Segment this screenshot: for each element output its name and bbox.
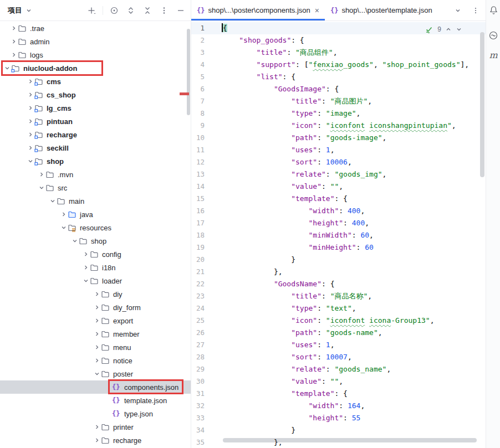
chevron-right-icon[interactable] [60,210,68,219]
chevron-right-icon[interactable] [93,290,101,298]
code-line-18[interactable]: 18"minWidth": 60, [191,229,486,241]
code-line-24[interactable]: 24"type": "text", [191,302,486,315]
chevron-right-icon[interactable] [93,423,101,431]
tree-item-lg-cms[interactable]: lg_cms [0,101,191,115]
tree-item-main[interactable]: main [0,194,191,208]
tree-item-niucloud-addon[interactable]: niucloud-addon [0,61,191,75]
code-line-26[interactable]: 26"path": "goods-name", [191,327,486,339]
chevron-right-icon[interactable] [93,356,101,365]
code-line-3[interactable]: 3"title": "商品组件", [191,47,486,59]
code-line-4[interactable]: 4"support": ["fenxiao_goods", "shop_poin… [191,59,486,71]
tree-item-template-json[interactable]: {}template.json [0,394,191,407]
tree-item-loader[interactable]: loader [0,274,191,287]
tree-item-logs[interactable]: logs [0,48,191,61]
tab-template-json[interactable]: {}shop\...\poster\template.json [325,0,438,20]
chevron-right-icon[interactable] [93,303,101,312]
tab-options-kebab-icon[interactable] [470,5,481,16]
tree-item-notice[interactable]: notice [0,354,191,367]
kebab-icon[interactable] [159,5,170,16]
chevron-down-icon[interactable] [27,157,34,166]
code-line-10[interactable]: 10"path": "goods-image", [191,132,486,144]
tree-item-diy[interactable]: diy [0,287,191,301]
chevron-down-icon[interactable] [25,7,32,14]
code-line-5[interactable]: 5"list": { [191,71,486,83]
tree-item-member[interactable]: member [0,327,191,341]
code-line-2[interactable]: 2"shop_goods": { [191,34,486,47]
chevron-right-icon[interactable] [10,50,18,59]
tree-item-recharge[interactable]: recharge [0,128,191,141]
code-line-30[interactable]: 30"value": "", [191,375,486,388]
tree-item-config[interactable]: config [0,248,191,261]
code-line-29[interactable]: 29"relate": "goods_name", [191,363,486,375]
chevron-right-icon[interactable] [93,436,101,445]
tree-item-export[interactable]: export [0,314,191,327]
chevron-right-icon[interactable] [27,90,34,99]
code-line-7[interactable]: 7"title": "商品图片", [191,95,486,107]
code-line-12[interactable]: 12"sort": 10006, [191,156,486,168]
code-line-23[interactable]: 23"title": "商品名称", [191,290,486,302]
tree-item-cms[interactable]: cms [0,75,191,88]
project-panel-title[interactable]: 项目 [8,6,22,16]
chevron-right-icon[interactable] [93,316,101,325]
code-line-21[interactable]: 21}, [191,266,486,278]
tab-components-json[interactable]: {}shop\...\poster\components.json× [191,0,325,20]
code-line-15[interactable]: 15"template": { [191,193,486,205]
tree-item-seckill[interactable]: seckill [0,141,191,155]
tree-item-cs-shop[interactable]: cs_shop [0,88,191,101]
chevron-right-icon[interactable] [27,143,34,152]
code-line-9[interactable]: 9"icon": "iconfont iconshangpintupian", [191,120,486,132]
chevron-right-icon[interactable] [82,250,90,259]
chevron-down-icon[interactable] [71,236,79,245]
tab-list-chevron-icon[interactable] [452,5,463,16]
chevron-down-icon[interactable] [3,64,11,73]
code-line-11[interactable]: 11"uses": 1, [191,144,486,156]
tree-item-resources[interactable]: resources [0,221,191,234]
chevron-right-icon[interactable] [93,343,101,352]
notifications-bell-icon[interactable] [488,4,499,16]
maven-tool-icon[interactable]: m [488,49,499,60]
tree-item-printer[interactable]: printer [0,420,191,434]
chevron-right-icon[interactable] [27,130,34,139]
code-line-19[interactable]: 19"minHeight": 60 [191,241,486,254]
ai-assistant-icon[interactable] [488,30,499,41]
minimize-icon[interactable] [175,5,186,16]
code-line-22[interactable]: 22"GoodsName": { [191,278,486,290]
prev-problem-icon[interactable] [445,26,452,33]
tree-item-components-json[interactable]: {}components.json [0,380,191,394]
chevron-down-icon[interactable] [49,197,57,205]
target-icon[interactable] [109,5,120,16]
chevron-down-icon[interactable] [93,369,101,378]
chevron-down-icon[interactable] [60,223,68,232]
tree-item-src[interactable]: src [0,181,191,194]
code-line-35[interactable]: 35}, [191,436,486,448]
code-line-27[interactable]: 27"uses": 1, [191,339,486,351]
chevron-right-icon[interactable] [93,329,101,338]
collapse-all-icon[interactable] [142,5,153,16]
chevron-down-icon[interactable] [82,276,90,285]
tree-item-shop[interactable]: shop [0,155,191,168]
chevron-right-icon[interactable] [27,117,34,126]
project-tree-scrollbar[interactable] [187,29,190,115]
code-editor[interactable]: 1{2"shop_goods": {3"title": "商品组件",4"sup… [191,22,486,448]
tree-item-admin[interactable]: admin [0,35,191,48]
tree-item--mvn[interactable]: .mvn [0,168,191,181]
tree-item-diy-form[interactable]: diy_form [0,301,191,314]
tree-item--trae[interactable]: .trae [0,22,191,35]
chevron-right-icon[interactable] [10,24,18,33]
close-tab-icon[interactable]: × [315,6,319,15]
code-line-6[interactable]: 6"GoodsImage": { [191,83,486,95]
tree-item-shop[interactable]: shop [0,234,191,248]
code-line-25[interactable]: 25"icon": "iconfont icona-Group13", [191,315,486,327]
tree-item-java[interactable]: java [0,208,191,221]
code-line-17[interactable]: 17"height": 400, [191,217,486,229]
chevron-right-icon[interactable] [27,77,34,86]
tree-item-i18n[interactable]: i18n [0,261,191,274]
plus-icon[interactable] [86,5,97,16]
editor-vertical-scrollbar[interactable] [480,32,484,177]
chevron-right-icon[interactable] [38,170,45,179]
inspections-widget[interactable]: 9 [425,23,462,35]
next-problem-icon[interactable] [456,26,462,33]
code-line-34[interactable]: 34} [191,424,486,436]
code-line-28[interactable]: 28"sort": 10007, [191,351,486,363]
code-line-13[interactable]: 13"relate": "goods_img", [191,168,486,181]
